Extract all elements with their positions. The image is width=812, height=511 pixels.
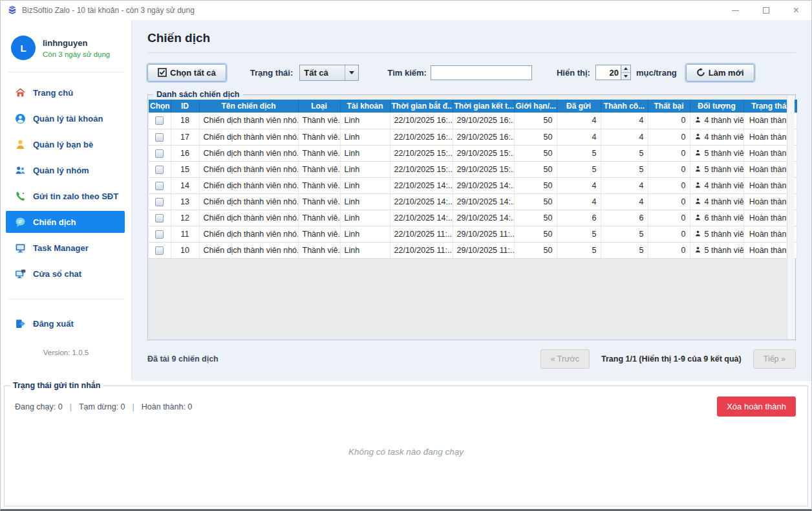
select-all-button[interactable]: Chọn tất cả — [147, 64, 226, 82]
clear-completed-button[interactable]: Xóa hoàn thành — [717, 397, 796, 417]
column-header[interactable]: Đối tượng — [690, 100, 743, 113]
table-scrollbar[interactable] — [787, 96, 795, 339]
table-row[interactable]: 14Chiến dịch thành viên nhó...Thành viê.… — [149, 177, 796, 193]
cell-success: 6 — [601, 210, 648, 226]
column-header[interactable]: ID — [171, 100, 199, 113]
cell-end: 29/10/2025 16:... — [453, 113, 514, 129]
sidebar-item-chat-window[interactable]: Cửa sổ chat — [6, 263, 125, 285]
table-row[interactable]: 13Chiến dịch thành viên nhó...Thành viê.… — [149, 193, 796, 210]
cell-limit: 50 — [514, 113, 557, 129]
search-input[interactable] — [431, 65, 532, 80]
username: linhnguyen — [43, 38, 110, 48]
sidebar-item-friends-manager[interactable]: Quản lý bạn bè — [6, 133, 125, 155]
column-header[interactable]: Đã gửi — [557, 100, 601, 113]
column-header[interactable]: Chọn — [149, 100, 171, 113]
cell-end: 29/10/2025 16:... — [453, 129, 514, 145]
status-filter-select[interactable]: Tất cả — [299, 65, 359, 81]
table-row[interactable]: 17Chiến dịch thành viên nhó...Thành viê.… — [149, 129, 796, 145]
table-row[interactable]: 11Chiến dịch thành viên nhó...Thành viê.… — [149, 226, 796, 242]
cell-id: 14 — [171, 177, 199, 193]
column-header[interactable]: Thành cô... — [601, 100, 648, 113]
cell-name: Chiến dịch thành viên nhó... — [199, 210, 298, 226]
row-checkbox[interactable] — [155, 246, 164, 255]
maximize-button[interactable] — [751, 1, 781, 20]
sidebar-item-home[interactable]: Trang chủ — [6, 82, 125, 103]
column-header[interactable]: Loại — [298, 100, 340, 113]
table-row[interactable]: 12Chiến dịch thành viên nhó...Thành viê.… — [149, 210, 796, 226]
empty-task-message: Không có task nào đang chạy — [5, 417, 807, 506]
row-checkbox[interactable] — [155, 182, 164, 190]
page-size-spinner[interactable]: 20 — [595, 65, 631, 80]
cell-success: 5 — [601, 145, 648, 161]
minimize-button[interactable] — [720, 1, 751, 20]
cell-success: 4 — [601, 193, 648, 210]
cell-select — [149, 145, 171, 161]
logout-button[interactable]: Đăng xuất — [6, 312, 125, 334]
row-checkbox[interactable] — [155, 214, 164, 223]
refresh-button[interactable]: Làm mới — [686, 64, 754, 82]
minimize-icon — [732, 10, 739, 11]
main-content: Chiến dịch Chọn tất cả Trạng thái: Tất c… — [132, 20, 811, 381]
list-footer: Đã tải 9 chiến dịch « Trước Trang 1/1 (H… — [147, 349, 796, 369]
select-all-label: Chọn tất cả — [170, 68, 216, 78]
next-page-button[interactable]: Tiếp » — [753, 349, 796, 369]
cell-limit: 50 — [514, 242, 557, 258]
cell-select — [149, 161, 171, 177]
close-button[interactable]: × — [781, 1, 811, 20]
table-row[interactable]: 15Chiến dịch thành viên nhó...Thành viê.… — [149, 161, 796, 177]
column-header[interactable]: Tên chiến dịch — [199, 100, 298, 113]
column-header[interactable]: Thời gian kết t... — [453, 100, 514, 113]
campaign-table: ChọnIDTên chiến dịchLoạiTài khoảnThời gi… — [149, 100, 797, 259]
campaign-table-body: 18Chiến dịch thành viên nhó...Thành viê.… — [149, 113, 796, 258]
cell-sent: 5 — [557, 242, 601, 258]
cell-name: Chiến dịch thành viên nhó... — [199, 161, 298, 177]
row-checkbox[interactable] — [155, 149, 164, 158]
cell-target: 5 thành viên — [690, 242, 743, 258]
cell-start: 22/10/2025 15:... — [390, 161, 453, 177]
cell-account: Linh — [340, 177, 390, 193]
page-info: Trang 1/1 (Hiển thị 1-9 của 9 kết quả) — [601, 354, 742, 364]
person-icon — [694, 230, 701, 237]
cell-account: Linh — [340, 226, 390, 242]
cell-account: Linh — [340, 145, 390, 161]
spinner-down-icon[interactable] — [621, 73, 630, 80]
row-checkbox[interactable] — [155, 230, 164, 239]
cell-type: Thành viê... — [298, 193, 340, 210]
cell-start: 22/10/2025 11:... — [390, 242, 453, 258]
column-header[interactable]: Giới hạn/... — [514, 100, 557, 113]
row-checkbox[interactable] — [155, 198, 164, 206]
column-header[interactable]: Thất bại — [648, 100, 690, 113]
column-header[interactable]: Tài khoản — [340, 100, 390, 113]
window-controls: × — [720, 1, 811, 20]
row-checkbox[interactable] — [155, 166, 164, 174]
sidebar-item-campaigns[interactable]: Chiến dịch — [6, 211, 125, 233]
cell-success: 4 — [601, 129, 648, 145]
pagination: « Trước Trang 1/1 (Hiển thị 1-9 của 9 kế… — [540, 349, 796, 369]
completed-count: Hoàn thành: 0 — [142, 402, 193, 411]
column-header[interactable]: Thời gian bắt đ... — [390, 100, 453, 113]
sidebar-item-task-manager[interactable]: Task Manager — [6, 237, 125, 259]
cell-success: 5 — [601, 242, 648, 258]
cell-target: 4 thành viên — [690, 113, 743, 129]
sidebar-item-group-manager[interactable]: Quản lý nhóm — [6, 159, 125, 181]
cell-id: 13 — [171, 193, 199, 210]
table-row[interactable]: 16Chiến dịch thành viên nhó...Thành viê.… — [149, 145, 796, 161]
sidebar-item-label: Quản lý tài khoản — [33, 114, 103, 124]
window-title: BizSoftio Zalo - 10 tài khoản - còn 3 ng… — [22, 6, 195, 15]
prev-page-button[interactable]: « Trước — [540, 349, 590, 369]
spinner-up-icon[interactable] — [621, 65, 630, 73]
cell-target: 4 thành viên — [690, 193, 743, 210]
table-row[interactable]: 10Chiến dịch thành viên nhó...Thành viê.… — [149, 242, 796, 258]
app-logo-icon — [7, 5, 17, 16]
sidebar-item-send-zalo-phone[interactable]: Gửi tin zalo theo SĐT — [6, 185, 125, 207]
cell-select — [149, 113, 171, 129]
row-checkbox[interactable] — [155, 116, 164, 125]
sidebar-item-account-manager[interactable]: Quản lý tài khoản — [6, 107, 125, 129]
cell-select — [149, 129, 171, 145]
row-checkbox[interactable] — [155, 133, 164, 142]
cell-failed: 0 — [648, 193, 690, 210]
status-row: Đang chạy: 0 | Tạm dừng: 0 | Hoàn thành:… — [5, 386, 807, 417]
table-row[interactable]: 18Chiến dịch thành viên nhó...Thành viê.… — [149, 113, 796, 129]
cell-id: 17 — [171, 129, 199, 145]
cell-sent: 5 — [557, 226, 601, 242]
